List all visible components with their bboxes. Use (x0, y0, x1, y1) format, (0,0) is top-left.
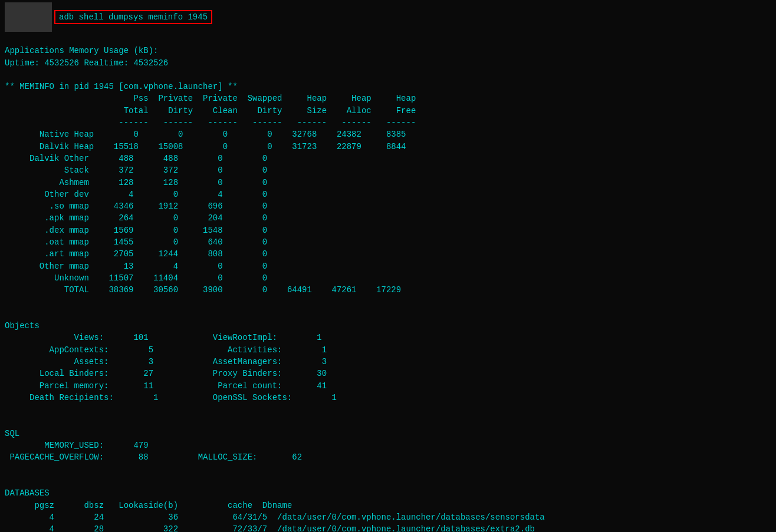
app-memory-header: Applications Memory Usage (kB): (5, 46, 158, 55)
list-item: Death Recipients: 1 OpenSSL Sockets: 1 (5, 392, 771, 404)
thumbnail (5, 2, 52, 32)
table-row: Ashmem 128 128 0 0 (5, 177, 771, 189)
list-item: Parcel memory: 11 Parcel count: 41 (5, 380, 771, 392)
col-headers1: Pss Private Private Swapped Heap Heap He… (5, 94, 416, 103)
command-line: adb shell dumpsys meminfo 1945 (5, 2, 771, 32)
col-headers2: Total Dirty Clean Dirty Size Alloc Free (5, 106, 416, 115)
table-row: .art mmap 2705 1244 808 0 (5, 248, 771, 260)
table-row: .dex mmap 1569 0 1548 0 (5, 224, 771, 236)
list-item: Assets: 3 AssetManagers: 3 (5, 356, 771, 368)
col-dashes: ------ ------ ------ ------ ------ -----… (5, 118, 416, 127)
table-row: TOTAL 38369 30560 3900 0 64491 47261 172… (5, 284, 771, 296)
databases-section: DATABASES pgsz dbsz Lookaside(b) cache D… (5, 464, 771, 511)
table-row: Native Heap 0 0 0 0 32768 24382 8385 (5, 128, 771, 140)
table-row: Stack 372 372 0 0 (5, 164, 771, 176)
data-rows: Native Heap 0 0 0 0 32768 24382 8385 Dal… (5, 128, 771, 296)
table-row: Other mmap 13 4 0 0 (5, 260, 771, 272)
list-item: PAGECACHE_OVERFLOW: 88 MALLOC_SIZE: 62 (5, 451, 771, 463)
databases-col-headers: pgsz dbsz Lookaside(b) cache Dbname (5, 501, 292, 510)
table-row: Dalvik Other 488 488 0 0 (5, 153, 771, 164)
objects-section: Objects (5, 296, 771, 332)
databases-header: DATABASES (5, 488, 50, 498)
databases-rows: 4 24 36 64/31/5 /data/user/0/com.vphone.… (5, 511, 771, 532)
table-row: .apk mmap 264 0 204 0 (5, 212, 771, 224)
table-row: Unknown 11507 11404 0 0 (5, 272, 771, 284)
command-text: adb shell dumpsys meminfo 1945 (59, 12, 208, 22)
sql-header: SQL (5, 429, 19, 438)
sql-rows: MEMORY_USED: 479 PAGECACHE_OVERFLOW: 88 … (5, 440, 771, 464)
table-row: Other dev 4 0 4 0 (5, 189, 771, 200)
meminfo-header: ** MEMINFO in pid 1945 [com.vphone.launc… (5, 82, 238, 91)
list-item: MEMORY_USED: 479 (5, 440, 771, 451)
table-row: Dalvik Heap 15518 15008 0 0 31723 22879 … (5, 141, 771, 153)
objects-header: Objects (5, 321, 40, 331)
table-row: .oat mmap 1455 0 640 0 (5, 236, 771, 248)
list-item: AppContexts: 5 Activities: 1 (5, 344, 771, 356)
list-item: 4 24 36 64/31/5 /data/user/0/com.vphone.… (5, 511, 771, 523)
table-row: .so mmap 4346 1912 696 0 (5, 200, 771, 212)
list-item: Local Binders: 27 Proxy Binders: 30 (5, 368, 771, 379)
list-item: 4 28 322 72/33/7 /data/user/0/com.vphone… (5, 523, 771, 532)
uptime-line: Uptime: 4532526 Realtime: 4532526 (5, 58, 168, 68)
list-item: Views: 101 ViewRootImpl: 1 (5, 332, 771, 343)
terminal-screen: adb shell dumpsys meminfo 1945 Applicati… (0, 0, 776, 532)
terminal-content: Applications Memory Usage (kB): Uptime: … (5, 33, 771, 128)
objects-rows: Views: 101 ViewRootImpl: 1 AppContexts: … (5, 332, 771, 404)
command-box: adb shell dumpsys meminfo 1945 (54, 10, 212, 24)
sql-section: SQL (5, 404, 771, 440)
